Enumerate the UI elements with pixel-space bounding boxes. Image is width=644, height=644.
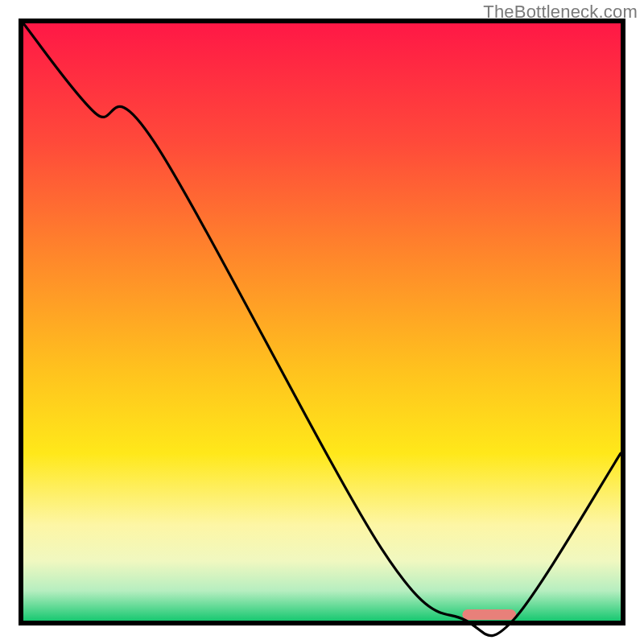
watermark-text: TheBottleneck.com [483,2,638,23]
bottleneck-marker [462,609,516,620]
bottleneck-chart [0,0,644,644]
chart-background [23,23,621,621]
chart-container: TheBottleneck.com [0,0,644,644]
